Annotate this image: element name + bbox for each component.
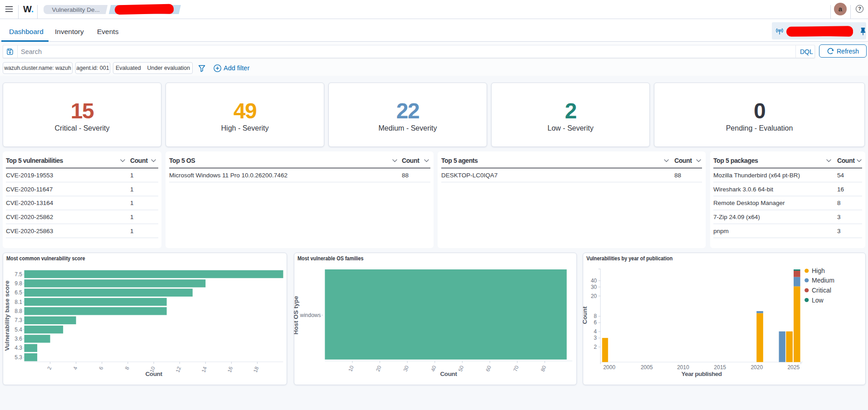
svg-text:3: 3 [837,214,841,220]
svg-text:8.8: 8.8 [15,308,22,314]
svg-text:9.8: 9.8 [15,280,22,287]
svg-text:18: 18 [253,366,260,373]
svg-text:60: 60 [485,365,492,372]
svg-text:Host OS type: Host OS type [294,296,299,334]
svg-text:windows: windows [299,312,321,318]
svg-text:14: 14 [200,366,208,373]
svg-text:12: 12 [175,366,182,373]
svg-text:CVE-2020-13164: CVE-2020-13164 [6,200,54,206]
svg-text:Vulnerability base score: Vulnerability base score [4,280,10,351]
svg-text:Top 5 vulnerabilities: Top 5 vulnerabilities [6,157,63,164]
svg-text:54: 54 [837,172,844,179]
svg-text:1: 1 [130,214,134,220]
svg-text:Microsoft Windows 11 Pro 10.0.: Microsoft Windows 11 Pro 10.0.26200.7462 [169,172,288,179]
svg-text:Vulnerability De...: Vulnerability De... [52,6,100,13]
svg-text:2005: 2005 [641,364,653,371]
svg-text:2020: 2020 [751,364,763,371]
svg-text:CVE-2020-25863: CVE-2020-25863 [6,228,53,234]
svg-text:CVE-2019-19553: CVE-2019-19553 [6,172,53,179]
svg-text:Count: Count [402,157,419,164]
svg-text:1: 1 [130,228,134,234]
svg-text:CVE-2020-25862: CVE-2020-25862 [6,214,53,220]
svg-text:DESKTOP-LC0IQA7: DESKTOP-LC0IQA7 [441,172,497,179]
svg-text:5.3: 5.3 [15,354,22,361]
svg-text:Top 5 OS: Top 5 OS [169,157,195,164]
svg-text:7.5: 7.5 [15,271,22,278]
svg-text:6: 6 [594,319,597,326]
svg-text:7-Zip 24.09 (x64): 7-Zip 24.09 (x64) [713,214,760,220]
svg-text:80: 80 [540,365,547,372]
svg-text:Low: Low [812,297,824,304]
svg-text:1: 1 [130,186,134,193]
svg-text:8.1: 8.1 [15,299,22,305]
svg-text:Wireshark 3.0.6 64-bit: Wireshark 3.0.6 64-bit [713,186,773,193]
svg-text:Medium: Medium [812,277,834,284]
svg-text:4.3: 4.3 [15,345,22,351]
svg-text:2000: 2000 [603,364,615,371]
svg-text:3: 3 [594,335,597,341]
svg-text:2: 2 [594,344,597,350]
svg-text:Count: Count [837,157,855,164]
svg-text:4: 4 [594,328,597,335]
svg-text:2010: 2010 [677,364,689,371]
svg-text:40: 40 [591,278,597,284]
svg-text:88: 88 [402,172,409,179]
svg-text:2: 2 [46,366,52,371]
svg-text:16: 16 [227,366,234,373]
svg-text:8: 8 [124,366,130,371]
svg-text:Count: Count [583,306,588,324]
svg-text:Count: Count [674,157,692,164]
svg-text:CVE-2020-11647: CVE-2020-11647 [6,186,53,193]
svg-text:2015: 2015 [714,364,726,371]
svg-text:6.5: 6.5 [15,289,22,296]
svg-text:88: 88 [674,172,681,179]
svg-text:1: 1 [130,172,134,179]
svg-text:Remote Desktop Manager: Remote Desktop Manager [713,200,785,206]
svg-text:3.6: 3.6 [15,336,22,342]
svg-text:Count: Count [130,157,148,164]
svg-text:Top 5 packages: Top 5 packages [713,157,758,164]
svg-text:30: 30 [591,284,597,290]
svg-text:pnpm: pnpm [713,228,729,234]
svg-text:40: 40 [430,365,437,372]
svg-text:1: 1 [130,200,134,206]
svg-text:Count: Count [146,371,163,377]
svg-text:8: 8 [594,313,597,319]
svg-text:Critical: Critical [812,287,831,294]
svg-text:6: 6 [98,366,104,371]
svg-text:70: 70 [512,365,520,372]
svg-text:16: 16 [837,186,844,193]
svg-text:20: 20 [375,365,382,372]
svg-text:50: 50 [458,365,465,372]
svg-text:Count: Count [440,371,458,377]
svg-text:High: High [812,267,825,274]
svg-text:10: 10 [347,365,355,372]
svg-text:20: 20 [591,293,597,299]
svg-text:Top 5 agents: Top 5 agents [441,157,478,164]
svg-text:7.3: 7.3 [15,317,22,323]
svg-text:30: 30 [402,365,410,372]
svg-text:5.4: 5.4 [15,327,22,333]
svg-text:2025: 2025 [787,364,800,371]
svg-text:4: 4 [72,366,78,371]
svg-text:3: 3 [837,228,841,234]
svg-text:Year published: Year published [681,371,722,377]
svg-text:Mozilla Thunderbird (x64 pt-BR: Mozilla Thunderbird (x64 pt-BR) [713,172,800,179]
svg-text:8: 8 [837,200,841,206]
